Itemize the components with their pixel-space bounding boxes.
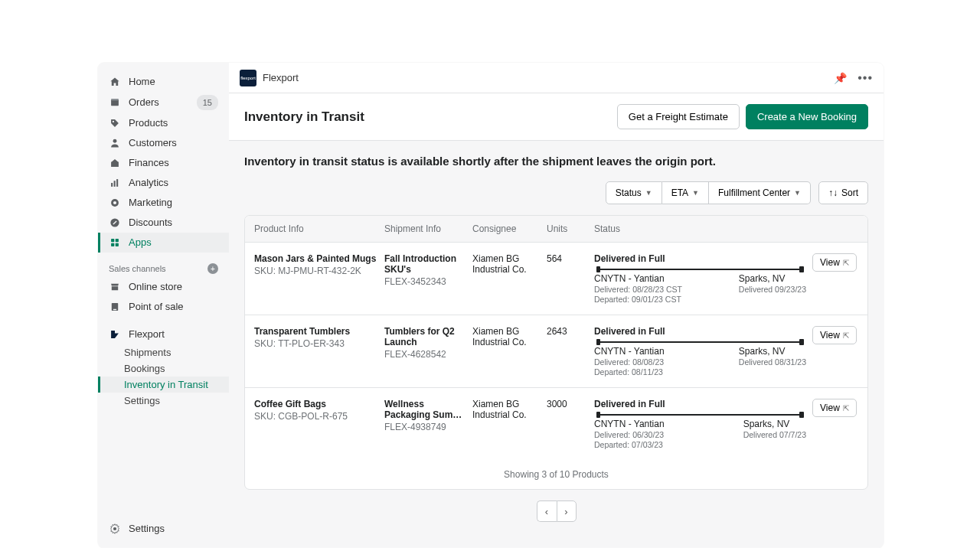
channel-online-store[interactable]: Online store [98, 277, 229, 297]
consignee: Xiamen BG Industrial Co. [472, 253, 547, 304]
sub-bookings[interactable]: Bookings [98, 360, 229, 377]
svg-rect-11 [116, 239, 119, 242]
view-button[interactable]: View⇱ [812, 326, 857, 344]
product-sku: SKU: TT-PLO-ER-343 [254, 338, 378, 349]
product-name: Transparent Tumblers [254, 326, 378, 337]
sub-inventory-in-transit[interactable]: Inventory in Transit [98, 377, 229, 393]
pager-next[interactable]: › [557, 500, 577, 522]
pager-prev[interactable]: ‹ [537, 500, 557, 522]
th-product: Product Info [254, 223, 384, 234]
inventory-table: Product Info Shipment Info Consignee Uni… [244, 215, 868, 490]
table-header: Product Info Shipment Info Consignee Uni… [245, 216, 867, 243]
svg-rect-0 [111, 100, 119, 106]
consignee: Xiamen BG Industrial Co. [472, 399, 547, 449]
caret-down-icon: ▼ [645, 189, 652, 197]
shipment-id: FLEX-4938749 [384, 422, 466, 432]
nav-label: Flexport [129, 328, 165, 341]
store-icon [109, 281, 121, 293]
nav-label: Settings [129, 522, 165, 536]
nav-label: Orders [129, 96, 159, 109]
shipment-title: Tumblers for Q2 Launch [384, 326, 466, 347]
dest-delivered: Delivered 08/31/23 [739, 357, 806, 367]
th-consignee: Consignee [472, 223, 547, 234]
page-header: Inventory in Transit Get a Freight Estim… [229, 93, 884, 141]
freight-estimate-button[interactable]: Get a Freight Estimate [617, 104, 740, 129]
sort-icon: ↑↓ [828, 187, 838, 198]
svg-rect-6 [116, 179, 118, 187]
nav-home[interactable]: Home [98, 72, 229, 92]
nav-label: Apps [129, 236, 152, 249]
main-content: flexport Flexport 📌 ••• Inventory in Tra… [229, 63, 884, 548]
sub-settings[interactable]: Settings [98, 393, 229, 409]
filter-eta[interactable]: ETA▼ [662, 181, 709, 204]
filter-fulfillment-center[interactable]: Fulfillment Center▼ [709, 181, 811, 204]
filter-status[interactable]: Status▼ [606, 181, 662, 204]
progress-bar [597, 341, 803, 343]
origin-delivered: Delivered: 08/08/23 [594, 357, 665, 367]
home-icon [109, 76, 121, 88]
view-button[interactable]: View⇱ [812, 253, 857, 272]
nav-analytics[interactable]: Analytics [98, 173, 229, 193]
svg-rect-4 [111, 183, 113, 187]
nav-customers[interactable]: Customers [98, 133, 229, 153]
nav-label: Customers [129, 136, 177, 150]
table-row: Transparent Tumblers SKU: TT-PLO-ER-343 … [245, 315, 867, 388]
brand-name: Flexport [263, 72, 299, 83]
more-icon[interactable]: ••• [858, 71, 873, 85]
products-icon [109, 117, 121, 129]
progress-bar [597, 269, 803, 270]
nav-orders[interactable]: Orders15 [98, 92, 229, 113]
topbar: flexport Flexport 📌 ••• [229, 63, 884, 93]
origin-location: CNYTN - Yantian [594, 346, 665, 357]
status-label: Delivered in Full [594, 326, 806, 337]
table-footer: Showing 3 of 10 Products [245, 460, 867, 489]
svg-rect-1 [111, 99, 119, 100]
dest-location: Sparks, NV [743, 419, 806, 429]
svg-rect-5 [114, 181, 116, 187]
pin-icon[interactable]: 📌 [834, 72, 847, 84]
origin-departed: Departed: 07/03/23 [594, 440, 665, 449]
nav-apps[interactable]: Apps [98, 233, 229, 253]
nav-products[interactable]: Products [98, 113, 229, 133]
origin-location: CNYTN - Yantian [594, 273, 682, 284]
th-units: Units [547, 223, 594, 234]
shipment-id: FLEX-3452343 [384, 276, 466, 287]
channel-pos[interactable]: Point of sale [98, 297, 229, 317]
origin-departed: Departed: 09/01/23 CST [594, 295, 682, 304]
product-sku: SKU: MJ-PMU-RT-432-2K [254, 266, 378, 276]
pagination: ‹ › [244, 500, 868, 522]
svg-point-2 [113, 121, 114, 122]
shipment-title: Fall Introduction SKU's [384, 253, 466, 275]
nav-label: Online store [129, 280, 182, 294]
marketing-icon [109, 197, 121, 209]
nav-label: Point of sale [129, 300, 184, 314]
consignee: Xiamen BG Industrial Co. [472, 326, 547, 377]
origin-location: CNYTN - Yantian [594, 419, 665, 429]
flexport-icon [109, 328, 121, 341]
product-name: Mason Jars & Painted Mugs [254, 253, 378, 264]
caret-down-icon: ▼ [794, 189, 801, 197]
nav-discounts[interactable]: Discounts [98, 213, 229, 233]
analytics-icon [109, 177, 121, 189]
apps-icon [109, 236, 121, 249]
nav-marketing[interactable]: Marketing [98, 193, 229, 213]
status-message: Inventory in transit status is available… [244, 155, 868, 168]
sidebar: Home Orders15 Products Customers Finance… [98, 63, 229, 548]
app-flexport[interactable]: Flexport [98, 324, 229, 344]
nav-label: Analytics [129, 176, 168, 190]
th-shipment: Shipment Info [384, 223, 472, 234]
create-booking-button[interactable]: Create a New Booking [746, 104, 868, 129]
shipment-id: FLEX-4628542 [384, 349, 466, 360]
page-title: Inventory in Transit [244, 109, 364, 125]
view-button[interactable]: View⇱ [812, 399, 857, 417]
nav-finances[interactable]: Finances [98, 153, 229, 173]
brand-logo: flexport [240, 70, 256, 86]
sub-shipments[interactable]: Shipments [98, 344, 229, 360]
nav-settings-footer[interactable]: Settings [98, 519, 229, 539]
svg-rect-13 [116, 243, 119, 246]
status-label: Delivered in Full [594, 253, 806, 264]
orders-badge: 15 [197, 95, 218, 110]
discounts-icon [109, 217, 121, 229]
sort-button[interactable]: ↑↓Sort [818, 181, 868, 204]
add-channel-icon[interactable]: + [207, 263, 218, 274]
